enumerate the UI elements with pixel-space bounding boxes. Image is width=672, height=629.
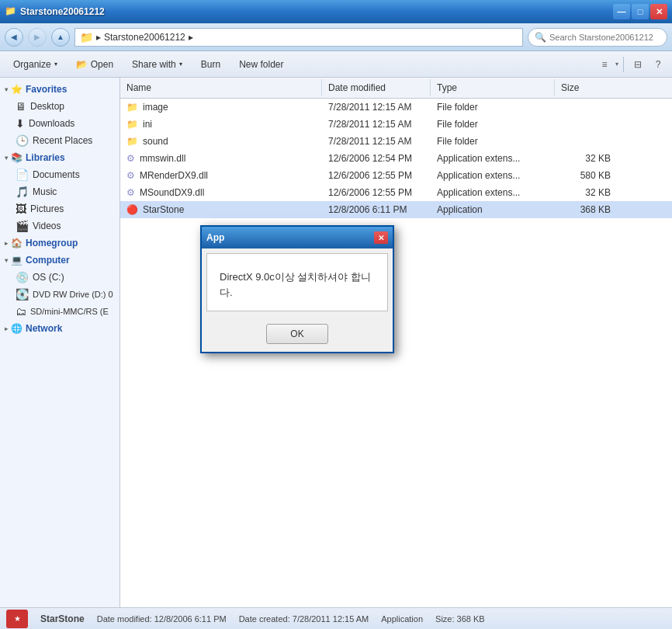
- dialog-title: App: [206, 232, 224, 243]
- dialog-content: DirectX 9.0c이상 설치하셔야 합니다.: [206, 253, 388, 311]
- dialog-box: App ✕ DirectX 9.0c이상 설치하셔야 합니다. OK: [200, 225, 394, 353]
- dialog-title-bar: App ✕: [202, 227, 393, 248]
- dialog-overlay: App ✕ DirectX 9.0c이상 설치하셔야 합니다. OK: [0, 0, 672, 629]
- dialog-ok-button[interactable]: OK: [266, 324, 328, 344]
- dialog-close-button[interactable]: ✕: [374, 231, 388, 244]
- dialog-buttons: OK: [202, 316, 393, 352]
- dialog-message: DirectX 9.0c이상 설치하셔야 합니다.: [220, 269, 375, 300]
